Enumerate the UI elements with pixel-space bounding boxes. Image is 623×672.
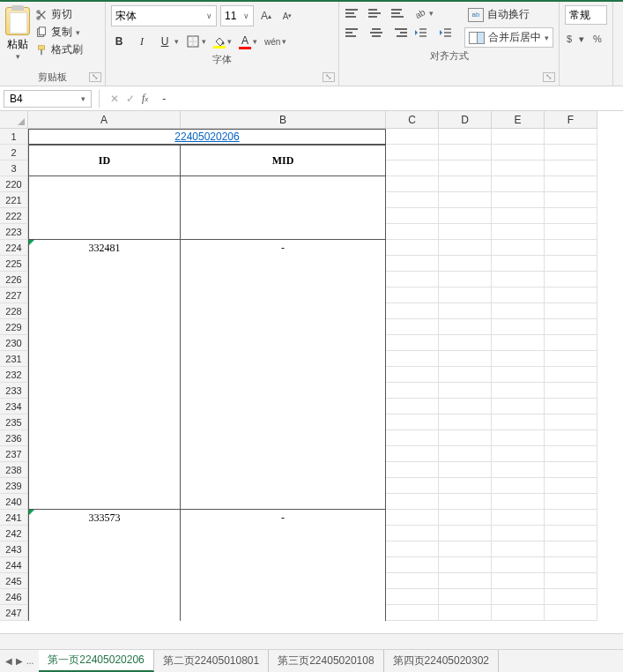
cell[interactable] bbox=[439, 605, 492, 621]
align-bottom-button[interactable] bbox=[390, 5, 408, 21]
row-header-246[interactable]: 246 bbox=[0, 589, 28, 605]
cell[interactable] bbox=[439, 161, 492, 176]
font-dialog-launcher[interactable]: ⤡ bbox=[323, 72, 335, 82]
cell[interactable] bbox=[439, 351, 492, 367]
cell[interactable] bbox=[492, 192, 545, 208]
cell[interactable] bbox=[439, 541, 492, 557]
clipboard-dialog-launcher[interactable]: ⤡ bbox=[89, 72, 101, 82]
cell[interactable] bbox=[545, 589, 597, 605]
cell[interactable] bbox=[492, 526, 545, 541]
cell[interactable] bbox=[545, 319, 597, 335]
column-header-D[interactable]: D bbox=[439, 111, 492, 129]
cell[interactable] bbox=[545, 256, 597, 272]
cell[interactable] bbox=[386, 240, 439, 256]
row-header-222[interactable]: 222 bbox=[0, 208, 28, 224]
cell[interactable] bbox=[439, 494, 492, 510]
row-header-245[interactable]: 245 bbox=[0, 573, 28, 589]
cell[interactable] bbox=[545, 367, 597, 383]
cell[interactable] bbox=[545, 351, 597, 367]
cell[interactable] bbox=[439, 383, 492, 399]
tab-nav-more[interactable]: ... bbox=[26, 656, 33, 666]
row-header-221[interactable]: 221 bbox=[0, 192, 28, 208]
fx-button[interactable]: fx bbox=[142, 92, 148, 105]
increase-font-button[interactable]: A▴ bbox=[257, 5, 275, 26]
cell[interactable] bbox=[439, 192, 492, 208]
cell[interactable] bbox=[439, 335, 492, 351]
cell[interactable] bbox=[492, 383, 545, 399]
align-top-button[interactable] bbox=[345, 5, 362, 21]
cell[interactable] bbox=[545, 176, 597, 192]
cell[interactable] bbox=[545, 240, 597, 256]
cell[interactable] bbox=[492, 367, 545, 383]
cell[interactable] bbox=[386, 224, 439, 240]
row-header-236[interactable]: 236 bbox=[0, 430, 28, 446]
cell[interactable] bbox=[386, 494, 439, 510]
cell[interactable] bbox=[545, 129, 597, 145]
cell[interactable] bbox=[545, 414, 597, 430]
cell[interactable] bbox=[492, 430, 545, 446]
underline-button[interactable]: U ▾ bbox=[157, 32, 179, 51]
cell-id-224[interactable]: 332481 bbox=[28, 240, 181, 510]
cell[interactable] bbox=[492, 494, 545, 510]
cell[interactable] bbox=[492, 414, 545, 430]
formula-input[interactable]: - bbox=[155, 91, 623, 107]
row-header-235[interactable]: 235 bbox=[0, 414, 28, 430]
cell[interactable] bbox=[545, 192, 597, 208]
bold-button[interactable]: B bbox=[111, 32, 127, 51]
row-header-229[interactable]: 229 bbox=[0, 319, 28, 335]
cell[interactable] bbox=[386, 541, 439, 557]
row-header-224[interactable]: 224 bbox=[0, 240, 28, 256]
cell-title[interactable]: 22405020206 bbox=[28, 129, 386, 145]
cell[interactable] bbox=[181, 176, 386, 240]
decrease-font-button[interactable]: A▾ bbox=[278, 5, 296, 26]
column-header-C[interactable]: C bbox=[386, 111, 439, 129]
italic-button[interactable]: I bbox=[134, 32, 150, 51]
row-header-232[interactable]: 232 bbox=[0, 367, 28, 383]
orientation-button[interactable]: ab ▾ bbox=[413, 6, 434, 20]
cell[interactable] bbox=[545, 399, 597, 414]
cell[interactable] bbox=[386, 589, 439, 605]
cell[interactable] bbox=[492, 605, 545, 621]
cell[interactable] bbox=[492, 240, 545, 256]
cell[interactable] bbox=[386, 383, 439, 399]
cell[interactable] bbox=[492, 161, 545, 176]
cell[interactable] bbox=[386, 303, 439, 319]
cell[interactable] bbox=[492, 557, 545, 573]
row-header-247[interactable]: 247 bbox=[0, 605, 28, 621]
cell[interactable] bbox=[545, 557, 597, 573]
column-header-E[interactable]: E bbox=[492, 111, 545, 129]
cell[interactable] bbox=[492, 510, 545, 526]
cell[interactable] bbox=[492, 335, 545, 351]
copy-button[interactable]: 复制 ▾ bbox=[35, 25, 83, 40]
number-format-select[interactable]: 常规 bbox=[565, 5, 607, 25]
select-all-corner[interactable] bbox=[0, 111, 28, 129]
cell[interactable] bbox=[386, 256, 439, 272]
cell[interactable] bbox=[492, 446, 545, 462]
cell[interactable] bbox=[439, 303, 492, 319]
cell[interactable] bbox=[545, 272, 597, 287]
cell[interactable] bbox=[492, 303, 545, 319]
cell[interactable] bbox=[492, 287, 545, 303]
cell[interactable] bbox=[386, 208, 439, 224]
border-button[interactable]: ▾ bbox=[186, 34, 206, 49]
row-header-3[interactable]: 3 bbox=[0, 161, 28, 176]
cell[interactable] bbox=[439, 414, 492, 430]
row-header-234[interactable]: 234 bbox=[0, 399, 28, 414]
cell[interactable] bbox=[386, 161, 439, 176]
cell[interactable] bbox=[439, 478, 492, 494]
cell[interactable] bbox=[439, 319, 492, 335]
alignment-dialog-launcher[interactable]: ⤡ bbox=[543, 72, 555, 82]
cell[interactable] bbox=[386, 462, 439, 478]
cell[interactable] bbox=[545, 573, 597, 589]
cell[interactable] bbox=[386, 414, 439, 430]
horizontal-scroll-area[interactable] bbox=[0, 633, 623, 649]
align-middle-button[interactable] bbox=[367, 5, 385, 21]
cell-id-241[interactable]: 333573 bbox=[28, 510, 181, 621]
cell[interactable] bbox=[439, 462, 492, 478]
cell[interactable] bbox=[439, 526, 492, 541]
currency-button[interactable]: $▾ bbox=[565, 30, 584, 48]
cell[interactable] bbox=[439, 367, 492, 383]
cell[interactable] bbox=[492, 319, 545, 335]
cell[interactable] bbox=[492, 272, 545, 287]
sheet-tab[interactable]: 第一页22405020206 bbox=[39, 650, 153, 672]
